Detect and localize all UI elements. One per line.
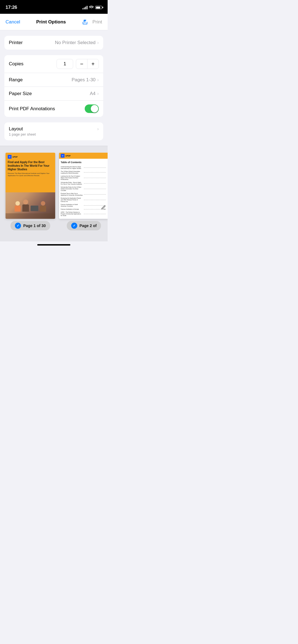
paper-size-row[interactable]: Paper Size A4 ›: [4, 87, 103, 100]
paper-size-value: A4 ›: [90, 91, 99, 96]
printer-chevron-icon: ›: [97, 40, 99, 45]
page-1-label: Page 1 of 30: [23, 223, 46, 228]
annotations-label: Print PDF Annotations: [9, 106, 55, 112]
toc-item-4: Scholarship Rules - How to Apply For One…: [61, 182, 107, 185]
toc-item-3: Looking Into the Top 10 Subject Majors t…: [61, 175, 107, 180]
page2-logo-text: UPDF: [65, 155, 71, 157]
range-row[interactable]: Range Pages 1-30 ›: [4, 73, 103, 87]
cancel-button[interactable]: Cancel: [6, 19, 20, 25]
paper-size-label: Paper Size: [9, 91, 32, 96]
page1-image: [6, 192, 55, 219]
page-2-label: Page 2 of: [79, 223, 97, 228]
page-title: Print Options: [36, 19, 66, 25]
page-2-label-wrap: ✓ Page 2 of: [67, 221, 101, 230]
annotations-toggle[interactable]: [85, 104, 99, 113]
updf-logo-icon: U: [8, 155, 12, 159]
nav-bar: Cancel Print Options Print: [0, 14, 108, 30]
status-time: 17:26: [6, 5, 17, 10]
page2-title: Table of Contents: [61, 161, 107, 164]
print-options-content: Printer No Printer Selected › Copies 1 −…: [0, 30, 108, 146]
page2-header: U UPDF: [59, 153, 108, 159]
page-2-preview[interactable]: U UPDF Table of Contents Understanding t…: [59, 153, 108, 230]
page-1-preview[interactable]: U UPDF Find and Apply For the Best Insti…: [6, 153, 55, 230]
copies-row: Copies 1 − +: [4, 55, 103, 73]
range-chevron-icon: ›: [97, 77, 99, 83]
preview-section: U UPDF Find and Apply For the Best Insti…: [0, 146, 108, 241]
nav-right-actions: Print: [82, 19, 102, 25]
page1-header: U UPDF Find and Apply For the Best Insti…: [6, 153, 55, 192]
toc-item-2: The 10 Best Global Universities Leading …: [61, 171, 107, 174]
page1-subtitle: Discover The Best Educational Institute …: [8, 172, 53, 177]
decrement-button[interactable]: −: [76, 59, 87, 69]
page-2-thumbnail: U UPDF Table of Contents Understanding t…: [59, 153, 108, 219]
toc-item-9: Famous Institutions in Europe: [61, 208, 107, 210]
copies-label: Copies: [9, 61, 23, 67]
printer-value: No Printer Selected ›: [55, 40, 99, 45]
range-label: Range: [9, 77, 23, 83]
copies-stepper: 1 − +: [57, 59, 99, 69]
home-bar: [37, 244, 70, 246]
toc-item-5: Scholarship Rules for the 10 Best Global…: [61, 186, 107, 191]
status-icons: [83, 6, 102, 10]
increment-button[interactable]: +: [87, 59, 99, 69]
share-button[interactable]: [82, 19, 88, 25]
signal-bars-icon: [83, 6, 87, 9]
layout-row[interactable]: Layout › 1 page per sheet: [4, 122, 103, 140]
pencil-annotation-icon: [101, 205, 106, 211]
toggle-thumb: [91, 105, 98, 112]
page2-toc-content: Table of Contents Understanding the Need…: [59, 159, 108, 219]
page-1-thumbnail: U UPDF Find and Apply For the Best Insti…: [6, 153, 55, 219]
battery-icon: [95, 6, 102, 9]
home-indicator: [0, 241, 108, 247]
page-1-check-icon: ✓: [15, 223, 21, 229]
layout-card: Layout › 1 page per sheet: [4, 122, 103, 140]
copies-stepper-control: − +: [76, 59, 99, 69]
toc-item-6: Practical Tips to Help You in Applying f…: [61, 193, 107, 196]
printer-card: Printer No Printer Selected ›: [4, 36, 103, 50]
printer-label: Printer: [9, 40, 23, 45]
preview-scroll[interactable]: U UPDF Find and Apply For the Best Insti…: [0, 153, 108, 241]
annotations-row: Print PDF Annotations: [4, 100, 103, 117]
layout-label: Layout: [9, 126, 23, 132]
page1-logo-text: UPDF: [12, 156, 18, 158]
page-2-check-icon: ✓: [71, 223, 77, 229]
wifi-icon: [89, 6, 94, 10]
status-bar: 17:26: [0, 0, 108, 14]
toc-item-1: Understanding the Need to Apply Internat…: [61, 166, 107, 169]
print-button[interactable]: Print: [92, 19, 102, 25]
page1-logo: U UPDF: [8, 155, 53, 159]
paper-size-chevron-icon: ›: [97, 91, 99, 96]
updf-logo-2-icon: U: [61, 154, 65, 158]
toc-item-8: Famous Institutions in North American Co…: [61, 204, 107, 207]
page-1-label-wrap: ✓ Page 1 of 30: [10, 221, 50, 230]
layout-chevron-icon: ›: [97, 126, 99, 132]
copies-display: 1: [57, 59, 73, 69]
toc-item-10: UPDF - The Perfect Solution to Prepare S…: [61, 211, 107, 216]
page1-title: Find and Apply For the Best Institutes I…: [8, 160, 53, 171]
printer-row[interactable]: Printer No Printer Selected ›: [4, 36, 103, 50]
range-value: Pages 1-30 ›: [71, 77, 99, 83]
toc-item-7: Reviewing the Application Period and Off…: [61, 197, 107, 202]
layout-subtitle: 1 page per sheet: [9, 132, 36, 136]
layout-title-row: Layout ›: [9, 126, 99, 132]
options-card: Copies 1 − + Range Pages 1-30 › Paper Si…: [4, 55, 103, 117]
